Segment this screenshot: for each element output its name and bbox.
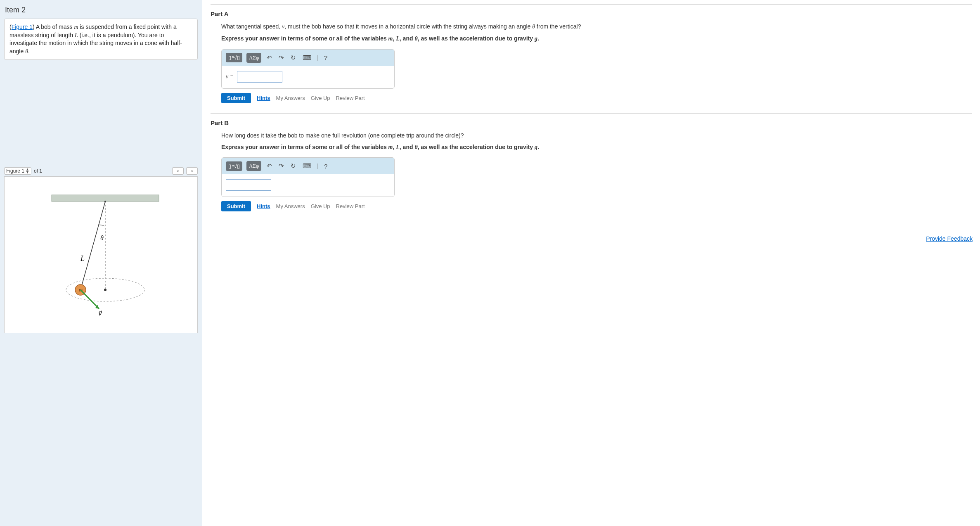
part-a: Part A What tangential speed, v, must th… bbox=[211, 4, 972, 113]
right-panel: Part A What tangential speed, v, must th… bbox=[202, 0, 980, 526]
velocity-arrow-line bbox=[80, 290, 99, 309]
var-m: m bbox=[74, 24, 78, 30]
part-a-toolbar: ▯ ⁿ√▯ ΑΣφ ↶ ↷ ↻ ⌨ | ? bbox=[222, 50, 394, 66]
var-L-a: L bbox=[396, 36, 400, 42]
part-a-instr-post: , as well as the acceleration due to gra… bbox=[418, 35, 535, 42]
figure-header: Figure 1 ▲▼ of 1 < > bbox=[4, 167, 198, 176]
part-a-actions: Submit Hints My Answers Give Up Review P… bbox=[221, 93, 972, 103]
toolbar-separator-b: | bbox=[317, 163, 319, 169]
var-L-b: L bbox=[396, 144, 400, 150]
review-part-link[interactable]: Review Part bbox=[336, 95, 365, 101]
part-a-instruction: Express your answer in terms of some or … bbox=[221, 34, 972, 43]
part-a-instr-end: . bbox=[537, 35, 539, 42]
var-g-a: g bbox=[535, 36, 537, 42]
part-b-toolbar: ▯ ⁿ√▯ ΑΣφ ↶ ↷ ↻ ⌨ | ? bbox=[222, 158, 394, 174]
center-dot bbox=[104, 289, 107, 291]
var-theta: θ bbox=[25, 48, 28, 54]
undo-icon[interactable]: ↶ bbox=[265, 54, 273, 62]
part-b-actions: Submit Hints My Answers Give Up Review P… bbox=[221, 201, 972, 211]
part-b-instr-post: , as well as the acceleration due to gra… bbox=[418, 144, 535, 150]
figure-prev-button[interactable]: < bbox=[172, 167, 184, 175]
theta-label: θ bbox=[100, 235, 104, 242]
figure-selector[interactable]: Figure 1 ▲▼ bbox=[4, 167, 31, 175]
part-a-question: What tangential speed, v, must the bob h… bbox=[221, 22, 972, 31]
figure-selector-label: Figure 1 bbox=[6, 168, 24, 174]
problem-text-1: ) A bob of mass bbox=[33, 24, 74, 30]
part-a-answer-box: ▯ ⁿ√▯ ΑΣφ ↶ ↷ ↻ ⌨ | ? v = bbox=[221, 49, 395, 89]
help-icon[interactable]: ? bbox=[323, 54, 329, 61]
var-L: L bbox=[75, 32, 78, 38]
my-answers-link[interactable]: My Answers bbox=[276, 95, 305, 101]
part-b: Part B How long does it take the bob to … bbox=[211, 113, 972, 222]
figure-canvas: θ L m v⃗ bbox=[4, 176, 198, 333]
part-b-instruction: Express your answer in terms of some or … bbox=[221, 143, 972, 152]
part-a-q2: , must the bob have so that it moves in … bbox=[284, 23, 532, 30]
item-title: Item 2 bbox=[4, 4, 198, 19]
part-a-answer-row: v = bbox=[222, 66, 394, 88]
greek-button-b[interactable]: ΑΣφ bbox=[246, 161, 261, 171]
v-label: v⃗ bbox=[98, 310, 102, 317]
figure-area: Figure 1 ▲▼ of 1 < > θ L bbox=[4, 167, 198, 522]
my-answers-link-b[interactable]: My Answers bbox=[276, 203, 305, 209]
reset-icon-b[interactable]: ↻ bbox=[289, 162, 297, 170]
give-up-link[interactable]: Give Up bbox=[311, 95, 330, 101]
review-part-link-b[interactable]: Review Part bbox=[336, 203, 365, 209]
submit-button-b[interactable]: Submit bbox=[221, 201, 251, 211]
part-b-instr-mid2: , and bbox=[400, 144, 415, 150]
part-a-title: Part A bbox=[211, 10, 972, 17]
figure-next-button[interactable]: > bbox=[186, 167, 198, 175]
var-m-b: m bbox=[388, 144, 393, 150]
var-theta-b: θ bbox=[414, 144, 417, 150]
provide-feedback-link[interactable]: Provide Feedback bbox=[926, 235, 973, 242]
part-a-instr-pre: Express your answer in terms of some or … bbox=[221, 35, 388, 42]
string-line bbox=[80, 201, 105, 290]
part-a-body: What tangential speed, v, must the bob h… bbox=[211, 22, 972, 103]
toolbar-separator: | bbox=[317, 54, 319, 61]
part-b-instr-pre: Express your answer in terms of some or … bbox=[221, 144, 388, 150]
part-b-instr-end: . bbox=[537, 144, 539, 150]
greek-button[interactable]: ΑΣφ bbox=[246, 53, 261, 63]
give-up-link-b[interactable]: Give Up bbox=[311, 203, 330, 209]
part-a-answer-label: v = bbox=[226, 73, 234, 80]
L-label: L bbox=[80, 254, 85, 263]
redo-icon-b[interactable]: ↷ bbox=[277, 162, 285, 170]
templates-button-b[interactable]: ▯ ⁿ√▯ bbox=[226, 161, 242, 171]
var-m-a: m bbox=[388, 36, 393, 42]
undo-icon-b[interactable]: ↶ bbox=[265, 162, 273, 170]
part-a-answer-input[interactable] bbox=[237, 71, 282, 83]
part-a-instr-mid2: , and bbox=[400, 35, 415, 42]
var-theta-a2: θ bbox=[414, 36, 417, 42]
ceiling-beam bbox=[52, 195, 159, 201]
figure-nav: < > bbox=[172, 167, 198, 175]
template-icon-a: ▯ bbox=[228, 54, 231, 61]
problem-text-4: . bbox=[28, 48, 30, 54]
template-icon-b-b: ⁿ√▯ bbox=[232, 163, 240, 169]
part-b-body: How long does it take the bob to make on… bbox=[211, 131, 972, 212]
part-b-answer-input[interactable] bbox=[226, 179, 271, 191]
part-b-question: How long does it take the bob to make on… bbox=[221, 131, 972, 140]
figure-stepper-icon[interactable]: ▲▼ bbox=[26, 168, 29, 174]
part-a-q1: What tangential speed, bbox=[221, 23, 282, 30]
part-b-title: Part B bbox=[211, 119, 972, 126]
templates-button[interactable]: ▯ ⁿ√▯ bbox=[226, 53, 242, 62]
template-icon-b: ⁿ√▯ bbox=[232, 54, 240, 61]
hints-link-b[interactable]: Hints bbox=[257, 203, 270, 209]
part-a-q3: from the vertical? bbox=[535, 23, 581, 30]
help-icon-b[interactable]: ? bbox=[323, 163, 329, 170]
keyboard-icon-b[interactable]: ⌨ bbox=[301, 162, 313, 170]
part-b-answer-box: ▯ ⁿ√▯ ΑΣφ ↶ ↷ ↻ ⌨ | ? bbox=[221, 157, 395, 197]
hints-link[interactable]: Hints bbox=[257, 95, 270, 101]
var-g-b: g bbox=[535, 144, 537, 150]
pendulum-figure-svg: θ L m v⃗ bbox=[27, 187, 175, 323]
template-icon-a-b: ▯ bbox=[228, 163, 231, 169]
submit-button[interactable]: Submit bbox=[221, 93, 251, 103]
problem-statement: (Figure 1) A bob of mass m is suspended … bbox=[4, 19, 198, 60]
reset-icon[interactable]: ↻ bbox=[289, 54, 297, 62]
figure-link[interactable]: Figure 1 bbox=[12, 24, 33, 30]
left-panel: Item 2 (Figure 1) A bob of mass m is sus… bbox=[0, 0, 202, 526]
redo-icon[interactable]: ↷ bbox=[277, 54, 285, 62]
part-b-answer-row bbox=[222, 174, 394, 197]
keyboard-icon[interactable]: ⌨ bbox=[301, 54, 313, 62]
figure-of-label: of 1 bbox=[34, 168, 42, 174]
